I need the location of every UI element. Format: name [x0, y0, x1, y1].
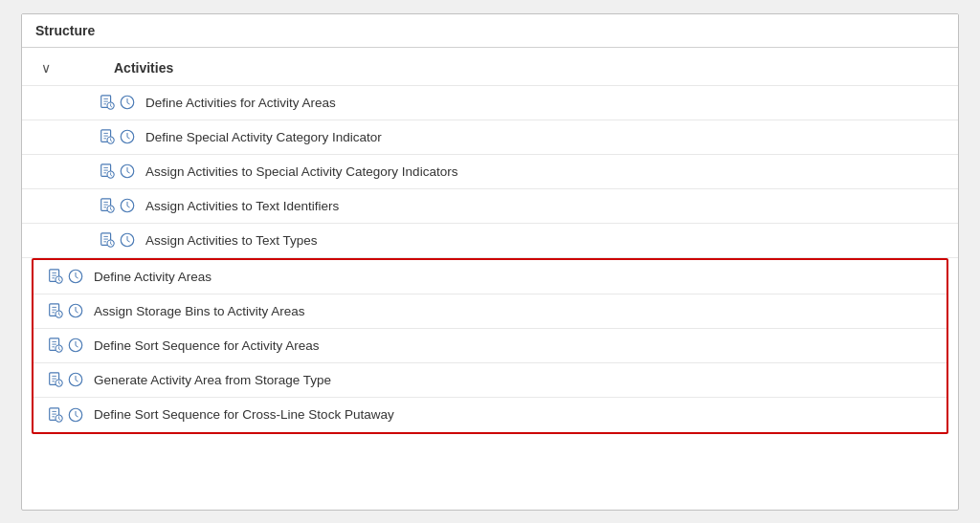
- icon-group: [99, 231, 136, 249]
- icon-group: [99, 197, 136, 214]
- highlighted-group: Define Activity Areas: [32, 258, 948, 434]
- icon-group: [47, 268, 84, 285]
- item-label: Generate Activity Area from Storage Type: [94, 373, 331, 387]
- document-icon: [47, 268, 64, 285]
- document-icon: [47, 337, 64, 354]
- list-item[interactable]: Assign Storage Bins to Activity Areas: [33, 294, 947, 329]
- document-icon: [99, 197, 116, 214]
- item-label: Assign Storage Bins to Activity Areas: [94, 304, 305, 318]
- clock-icon: [119, 128, 136, 145]
- panel-title: Structure: [35, 23, 95, 38]
- panel-header: Structure: [22, 14, 958, 48]
- main-panel: Structure ∨ Activities: [21, 13, 959, 511]
- icon-group: [99, 128, 136, 145]
- list-item[interactable]: Assign Activities to Special Activity Ca…: [22, 155, 958, 189]
- list-item[interactable]: Define Special Activity Category Indicat…: [22, 120, 958, 155]
- list-item[interactable]: Generate Activity Area from Storage Type: [33, 363, 947, 398]
- icon-group: [47, 337, 84, 354]
- list-item[interactable]: Assign Activities to Text Identifiers: [22, 189, 958, 224]
- document-icon: [47, 406, 64, 424]
- chevron-icon[interactable]: ∨: [41, 60, 51, 76]
- document-icon: [99, 94, 116, 111]
- item-label: Define Sort Sequence for Cross-Line Stoc…: [94, 407, 394, 422]
- clock-icon: [119, 197, 136, 214]
- list-item[interactable]: Define Activity Areas: [33, 260, 947, 294]
- list-item[interactable]: Assign Activities to Text Types: [22, 224, 958, 258]
- tree-parent-row[interactable]: ∨ Activities: [22, 52, 958, 86]
- clock-icon: [67, 268, 84, 285]
- item-label: Define Special Activity Category Indicat…: [145, 130, 382, 144]
- tree-container: ∨ Activities: [22, 48, 958, 438]
- clock-icon: [119, 231, 136, 249]
- document-icon: [99, 128, 116, 145]
- list-item[interactable]: Define Activities for Activity Areas: [22, 86, 958, 120]
- document-icon: [47, 371, 64, 388]
- item-label: Define Activities for Activity Areas: [145, 96, 336, 110]
- list-item[interactable]: Define Sort Sequence for Cross-Line Stoc…: [33, 398, 947, 432]
- icon-group: [99, 94, 136, 111]
- icon-group: [47, 371, 84, 388]
- icon-group: [47, 302, 84, 319]
- icon-group: [99, 163, 136, 180]
- activities-label: Activities: [95, 60, 173, 76]
- clock-icon: [67, 406, 84, 424]
- icon-group: [47, 406, 84, 424]
- document-icon: [47, 302, 64, 319]
- document-icon: [99, 231, 116, 249]
- clock-icon: [119, 163, 136, 180]
- document-icon: [99, 163, 116, 180]
- item-label: Define Sort Sequence for Activity Areas: [94, 338, 320, 353]
- clock-icon: [119, 94, 136, 111]
- clock-icon: [67, 371, 84, 388]
- item-label: Assign Activities to Text Types: [145, 233, 318, 248]
- clock-icon: [67, 337, 84, 354]
- item-label: Define Activity Areas: [94, 270, 212, 284]
- item-label: Assign Activities to Special Activity Ca…: [145, 164, 457, 179]
- list-item[interactable]: Define Sort Sequence for Activity Areas: [33, 329, 947, 363]
- item-label: Assign Activities to Text Identifiers: [145, 199, 339, 213]
- clock-icon: [67, 302, 84, 319]
